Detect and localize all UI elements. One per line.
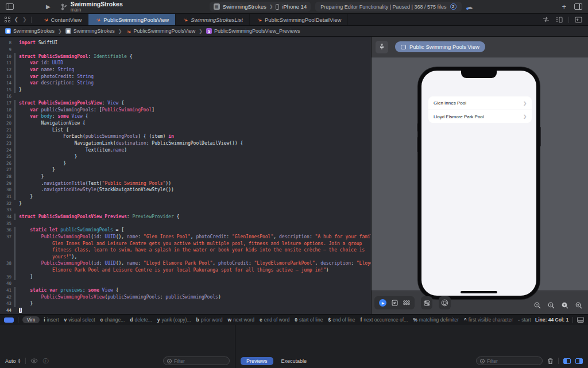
breadcrumb-item-SwimmingStrokes[interactable]: ▦SwimmingStrokes [5, 28, 55, 34]
console-filter-input[interactable] [487, 358, 539, 364]
preview-target-label: Public Swimming Pools View [409, 44, 479, 50]
canvas-toolbar: Public Swimming Pools View [372, 37, 588, 57]
vim-hint-e: eend of word [260, 317, 289, 323]
vim-key-hints: iinsertvvisual selectcchange...ddelete..… [44, 317, 531, 323]
clear-console-icon[interactable] [547, 358, 554, 365]
branch-name: main [71, 7, 123, 13]
vim-hint-w: wnext word [228, 317, 254, 323]
sidebar-icon [6, 3, 14, 10]
symbol-s-icon: S [206, 28, 212, 34]
tab-SwimmingStrokesList[interactable]: SwimmingStrokesList [176, 14, 250, 25]
code-line: 41static var previews: some View { [0, 287, 371, 294]
code-line: 10struct PublicSwimmingPool: Identifiabl… [0, 53, 371, 60]
variables-filter-field[interactable]: ▾ [163, 357, 230, 365]
zoom-to-fit-button[interactable] [562, 302, 568, 309]
tab-PublicSwimmingPoolDetailView[interactable]: PublicSwimmingPoolDetailView [250, 14, 348, 25]
list-item-Glen Innes Pool[interactable]: Glen Innes Pool❯ [428, 96, 532, 110]
breadcrumb: ▦SwimmingStrokes❯▣SwimmingStrokes❯Public… [0, 26, 588, 37]
device-settings-button[interactable] [421, 296, 432, 309]
code-line: 18var publicSwimmingPools: [PublicSwimmi… [0, 106, 371, 113]
zoom-actual-size-button[interactable] [548, 302, 555, 309]
show-variables-view-button[interactable] [563, 358, 571, 364]
code-line: 42PublicSwimmingPoolsView(publicSwimming… [0, 293, 371, 300]
source-editor[interactable]: 8import SwiftUI910struct PublicSwimmingP… [0, 37, 371, 314]
vim-hint-^: ^first visible character [464, 317, 513, 323]
code-line: 21List { [0, 126, 371, 133]
code-line: 23NavigationLink(destination: PublicSwim… [0, 140, 371, 147]
app-scheme-icon: ▦ [214, 3, 220, 10]
preview-screen[interactable]: Glen Innes Pool❯Lloyd Elsmore Park Pool❯ [421, 71, 536, 296]
code-review-icon[interactable] [543, 17, 550, 22]
canvas-body[interactable]: Glen Innes Pool❯Lloyd Elsmore Park Pool❯… [372, 57, 588, 314]
breadcrumb-item-SwimmingStrokes[interactable]: ▣SwimmingStrokes [65, 28, 115, 34]
console-filter-field[interactable]: ▾ [476, 357, 543, 365]
editor-options-icon[interactable] [555, 17, 563, 23]
new-tab-button[interactable]: + [562, 2, 566, 11]
issues-badge[interactable]: 2 [450, 3, 457, 10]
vim-hint-d: ddelete... [130, 317, 152, 323]
preview-target-pill[interactable]: Public Swimming Pools View [395, 41, 485, 52]
code-line: 29.navigationTitle(Text("Public Swimming… [0, 180, 371, 187]
code-line: 31} [0, 193, 371, 200]
code-line: 8import SwiftUI [0, 40, 371, 47]
preview-canvas: Public Swimming Pools View Glen Innes Po… [371, 37, 588, 314]
breadcrumb-item-PublicSwimmingPoolsView_Previews[interactable]: SPublicSwimmingPoolsView_Previews [206, 28, 300, 34]
code-line: 35 [0, 220, 371, 227]
vim-hint--: -start of line above [518, 317, 531, 323]
console-tab-Executable[interactable]: Executable [276, 357, 313, 365]
tab-ContentView[interactable]: ContentView [36, 14, 89, 25]
pin-preview-button[interactable] [376, 41, 388, 53]
show-console-button[interactable] [575, 358, 583, 364]
swiftui-list: Glen Innes Pool❯Lloyd Elsmore Park Pool❯ [428, 96, 532, 123]
info-icon[interactable]: ⓘ [42, 357, 48, 365]
preview-on-device-button[interactable] [392, 300, 398, 306]
code-line: yours!"), [0, 254, 371, 261]
vim-hint-0: 0start of line [295, 317, 323, 323]
toggle-navigator-button[interactable] [6, 3, 14, 10]
vim-hint-b: bprior word [196, 317, 223, 323]
toggle-inspector-button[interactable] [574, 3, 582, 10]
list-item-Lloyd Elsmore Park Pool[interactable]: Lloyd Elsmore Park Pool❯ [428, 110, 532, 123]
console-tab-Previews[interactable]: Previews [241, 357, 273, 365]
code-line: 27} [0, 166, 371, 173]
code-line: 20NavigationView { [0, 120, 371, 127]
notch [461, 71, 497, 78]
run-destination: iPhone 14 [282, 3, 307, 10]
tab-PublicSwimmingPoolsView[interactable]: PublicSwimmingPoolsView [88, 14, 176, 25]
swift-file-icon [182, 17, 188, 22]
preview-variants-button[interactable] [403, 300, 410, 305]
code-line: 43} [0, 300, 371, 307]
chevron-right-icon: ❯ [523, 114, 527, 119]
scheme-selector[interactable]: ▦ SwimmingStrokes ❯ iPhone 14 [210, 2, 311, 11]
variables-scope-select[interactable]: Auto ▲▼ [5, 358, 21, 364]
forward-button[interactable]: ❯ [22, 17, 27, 22]
cloud-sync-icon: ☁ [466, 3, 473, 11]
console-scope-tabs: PreviewsExecutable [241, 357, 312, 365]
project-title: SwimmingStrokes [71, 1, 123, 7]
editor-only-icon[interactable] [577, 317, 584, 323]
chevron-right-icon: ❯ [198, 29, 203, 34]
code-line: Glen Innes Pool and Leisure Centre gets … [0, 240, 371, 247]
quicklook-eye-icon[interactable] [30, 358, 38, 363]
debug-area: Auto ▲▼ ⓘ ▾ PreviewsExecutable ▾ [0, 325, 588, 368]
variables-filter-input[interactable] [174, 358, 226, 364]
live-preview-button[interactable]: ▶ [379, 299, 386, 307]
device-bezels-button[interactable] [439, 296, 451, 309]
tab-overview-icon[interactable] [5, 17, 10, 22]
iphone-preview-device: Glen Innes Pool❯Lloyd Elsmore Park Pool❯ [418, 67, 540, 299]
pin-icon [379, 44, 385, 50]
breadcrumb-item-PublicSwimmingPoolsView[interactable]: PublicSwimmingPoolsView [125, 28, 195, 34]
cursor-position: Line: 44 Col: 1 [535, 317, 568, 323]
add-editor-icon[interactable] [575, 17, 582, 23]
project-title-block: SwimmingStrokes main [61, 1, 123, 13]
zoom-in-button[interactable] [575, 302, 582, 309]
code-line: 36static let publicSwimmingPools = [ [0, 227, 371, 234]
chevron-right-icon: ❯ [269, 4, 273, 9]
run-button[interactable]: ▶ [46, 4, 51, 10]
zoom-out-button[interactable] [534, 302, 541, 309]
back-button[interactable]: ❮ [14, 17, 19, 22]
code-line: 37PublicSwimmingPool(id: UUID(), name: "… [0, 234, 371, 241]
vim-hint-v: vvisual select [64, 317, 95, 323]
power-button [540, 127, 541, 146]
vim-hint-y: yyank (copy)... [157, 317, 191, 323]
